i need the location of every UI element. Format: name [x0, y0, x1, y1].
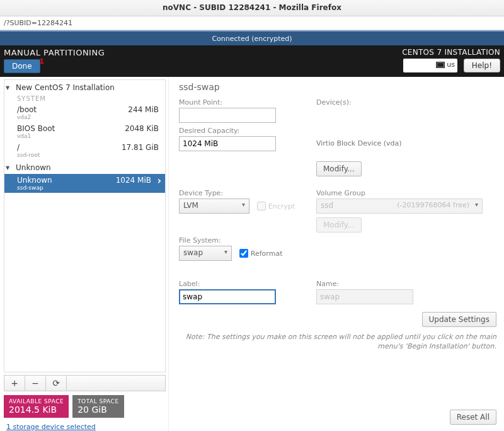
tree-entry-root[interactable]: / ssd-root 17.81 GiB — [4, 141, 165, 160]
reformat-checkbox[interactable]: Reformat — [239, 249, 283, 258]
devtype-label: Device Type: — [179, 189, 305, 197]
left-column: ▼ New CentOS 7 Installation SYSTEM /boot… — [0, 77, 169, 431]
help-button[interactable]: Help! — [464, 59, 500, 72]
keyboard-layout-field[interactable]: us — [403, 59, 457, 72]
tree-entry-boot[interactable]: /boot vda2 244 MiB — [4, 103, 165, 122]
storage-devices-link[interactable]: 1 storage device selected — [6, 423, 168, 431]
keyboard-icon — [436, 62, 445, 68]
filesystem-select[interactable]: swap — [179, 246, 232, 261]
devices-value: Virtio Block Device (vda) — [316, 139, 496, 147]
label-label: Label: — [179, 280, 305, 288]
total-space-badge: TOTAL SPACE 20 GiB — [72, 395, 123, 418]
vnc-status-band: Connected (encrypted) — [0, 30, 504, 45]
capacity-label: Desired Capacity: — [179, 127, 305, 135]
reset-all-button[interactable]: Reset All — [450, 410, 496, 425]
available-space-badge: AVAILABLE SPACE 2014.5 KiB — [4, 395, 69, 418]
svg-rect-2 — [437, 63, 444, 67]
done-button[interactable]: Done — [4, 59, 40, 73]
reload-button[interactable]: ⟳ — [46, 376, 67, 391]
mountpoint-label: Mount Point: — [179, 98, 305, 106]
installation-title: CENTOS 7 INSTALLATION — [402, 48, 500, 57]
window-title: noVNC - SUBID 12284241 - Mozilla Firefox — [0, 0, 504, 16]
add-partition-button[interactable]: + — [4, 376, 25, 391]
tree-section-new-install[interactable]: ▼ New CentOS 7 Installation — [4, 80, 165, 94]
partition-toolbar: + − ⟳ — [4, 375, 166, 391]
chevron-down-icon: ▼ — [6, 85, 9, 91]
chevron-down-icon: ▼ — [6, 165, 9, 171]
volume-group-select[interactable]: ssd(-20199768064 free) — [316, 198, 483, 214]
modify-vg-button: Modify... — [316, 217, 362, 233]
vg-label: Volume Group — [316, 189, 496, 197]
settings-note: Note: The settings you make on this scre… — [179, 332, 496, 352]
remove-partition-button[interactable]: − — [25, 376, 46, 391]
update-settings-button[interactable]: Update Settings — [422, 312, 497, 327]
keyboard-layout-value: us — [447, 60, 455, 69]
tree-group-system: SYSTEM — [17, 95, 165, 102]
detail-title: ssd-swap — [179, 82, 496, 92]
url-bar[interactable]: /?SUBID=12284241 — [0, 16, 504, 30]
tour-marker: 1 — [40, 57, 45, 66]
tree-entry-swap[interactable]: Unknown ssd-swap 1024 MiB — [4, 174, 165, 193]
installer-header: MANUAL PARTITIONING Done1 CENTOS 7 INSTA… — [0, 45, 504, 77]
capacity-input[interactable] — [179, 136, 276, 151]
name-input — [316, 289, 413, 304]
fs-label: File System: — [179, 236, 305, 244]
mountpoint-input[interactable] — [179, 108, 276, 123]
encrypt-checkbox: Encrypt — [257, 202, 295, 210]
partition-tree: ▼ New CentOS 7 Installation SYSTEM /boot… — [4, 79, 166, 372]
tree-entry-biosboot[interactable]: BIOS Boot vda1 2048 KiB — [4, 122, 165, 141]
devtype-select[interactable]: LVM — [179, 198, 249, 214]
devices-label: Device(s): — [316, 98, 496, 106]
modify-devices-button[interactable]: Modify... — [316, 161, 362, 176]
detail-pane: ssd-swap Mount Point: Device(s): Desired… — [169, 77, 504, 431]
toolbar-spacer — [67, 376, 165, 391]
name-label: Name: — [316, 280, 496, 288]
tree-section-unknown[interactable]: ▼ Unknown — [4, 160, 165, 174]
label-input[interactable] — [179, 289, 276, 304]
